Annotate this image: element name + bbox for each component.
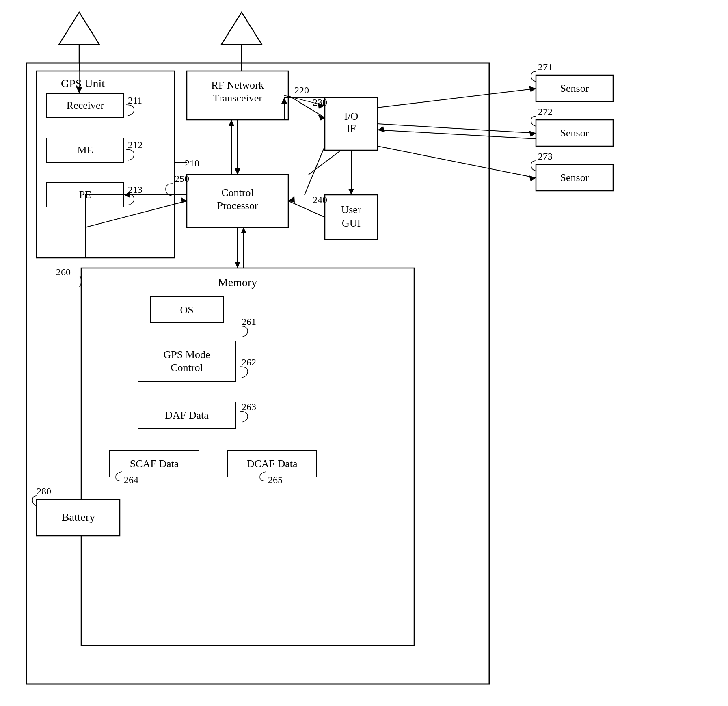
dcaf-label: DCAF Data: [247, 458, 298, 470]
svg-marker-53: [378, 126, 385, 132]
svg-marker-42: [124, 192, 130, 198]
svg-marker-33: [229, 120, 234, 126]
gps-unit-label: GPS Unit: [61, 77, 105, 90]
svg-marker-31: [235, 168, 240, 175]
ref-260: 260: [56, 267, 71, 277]
ref-271: 271: [538, 62, 553, 72]
svg-rect-15: [138, 341, 235, 382]
scaf-label: SCAF Data: [130, 458, 179, 470]
ref-263: 263: [242, 402, 256, 412]
svg-line-50: [378, 124, 536, 133]
receiver-label: Receiver: [67, 99, 104, 111]
ref-261: 261: [242, 316, 256, 327]
gps-mode-label-1: GPS Mode: [164, 349, 210, 361]
svg-line-36: [309, 150, 341, 175]
ref-211: 211: [128, 95, 142, 106]
svg-marker-45: [235, 262, 240, 268]
battery-label: Battery: [62, 511, 95, 523]
io-label-1: I/O: [344, 110, 359, 122]
svg-marker-58: [76, 87, 82, 93]
svg-marker-51: [529, 131, 536, 137]
memory-label: Memory: [218, 276, 257, 289]
svg-line-56: [305, 146, 325, 195]
ref-262: 262: [242, 357, 256, 367]
daf-label: DAF Data: [165, 409, 209, 421]
ref-272: 272: [538, 106, 553, 117]
svg-marker-47: [241, 227, 246, 233]
io-label-2: IF: [346, 123, 356, 134]
svg-line-48: [378, 89, 536, 108]
svg-marker-38: [348, 189, 354, 195]
ref-250: 250: [175, 173, 189, 184]
svg-line-52: [378, 130, 536, 139]
sensor3-label: Sensor: [560, 172, 589, 184]
svg-marker-0: [59, 12, 99, 45]
ref-210: 210: [185, 158, 199, 168]
ref-212: 212: [128, 140, 143, 150]
ctrl-label-2: Processor: [217, 200, 258, 212]
ref-273: 273: [538, 151, 553, 162]
user-gui-label-2: GUI: [342, 217, 361, 229]
ref-220: 220: [294, 85, 309, 95]
ref-280: 280: [37, 486, 51, 497]
ref-213: 213: [128, 184, 143, 195]
rf-label-2: Transceiver: [213, 92, 262, 104]
svg-marker-55: [529, 175, 536, 181]
user-gui-label-1: User: [341, 204, 361, 216]
svg-marker-49: [529, 86, 536, 92]
ref-264: 264: [124, 475, 138, 485]
ref-240: 240: [313, 194, 327, 205]
gps-mode-label-2: Control: [171, 362, 203, 374]
diagram: GPS Unit 210 Receiver 211 ME 212 PE 213 …: [0, 0, 728, 706]
diagram-svg: GPS Unit 210 Receiver 211 ME 212 PE 213 …: [0, 0, 728, 706]
sensor2-label: Sensor: [560, 127, 589, 139]
rf-label-1: RF Network: [211, 79, 264, 91]
svg-line-54: [378, 146, 536, 178]
me-label: ME: [78, 144, 93, 156]
ctrl-label-1: Control: [221, 187, 253, 199]
os-label: OS: [180, 304, 193, 316]
ref-265: 265: [268, 475, 283, 485]
svg-marker-2: [221, 12, 262, 45]
sensor1-label: Sensor: [560, 82, 589, 94]
